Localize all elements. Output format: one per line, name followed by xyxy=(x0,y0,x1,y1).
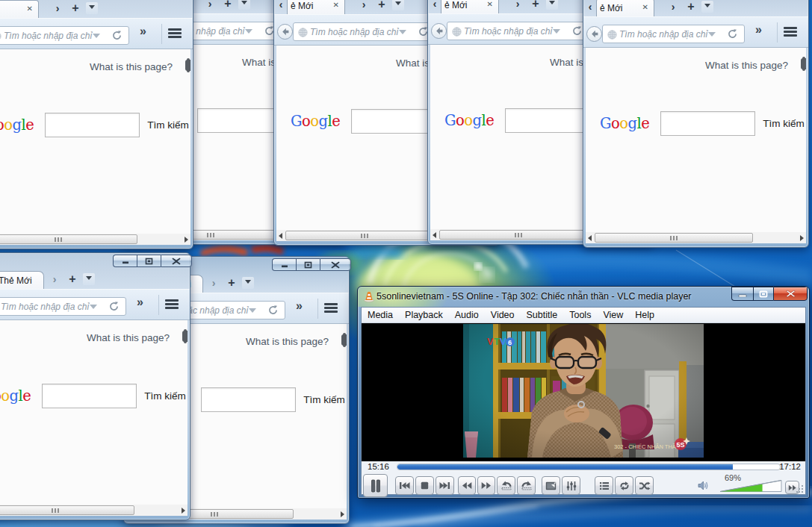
tab-new-tab[interactable]: Thẻ Mới xyxy=(0,271,44,289)
tab-scroll-right-button[interactable]: › xyxy=(512,0,523,10)
search-button[interactable]: Tìm kiếm xyxy=(140,384,187,408)
tab-close-icon[interactable]: ✕ xyxy=(333,0,339,10)
vlc-menu-subtitle[interactable]: Subtitle xyxy=(521,308,564,320)
tab-close-icon[interactable]: ✕ xyxy=(487,0,493,10)
resize-grip[interactable] xyxy=(796,485,804,493)
new-tab-button[interactable]: + xyxy=(66,272,78,286)
tab-close-icon[interactable]: ✕ xyxy=(642,2,648,13)
tab-scroll-left-button[interactable]: ‹ xyxy=(430,0,440,10)
vlc-video-area[interactable]: VTV6302 - CHIẾC NHẪN THẦN5S xyxy=(362,323,805,461)
url-bar[interactable]: Tìm hoặc nhập địa chỉ xyxy=(602,25,745,43)
vlc-menu-help[interactable]: Help xyxy=(629,308,660,320)
overflow-chevron-icon[interactable]: » xyxy=(755,23,761,37)
vlc-close-button[interactable] xyxy=(773,287,808,301)
minimize-button[interactable] xyxy=(272,258,296,271)
scroll-right-icon[interactable] xyxy=(796,232,806,243)
scrollbar-thumb[interactable] xyxy=(0,234,137,244)
vlc-titlebar[interactable]: 5sonlinevietnam - 5S Online - Tập 302: C… xyxy=(358,287,809,307)
url-dropdown-icon[interactable] xyxy=(245,29,252,34)
loop-b-button[interactable] xyxy=(517,476,536,495)
overflow-chevron-icon[interactable]: » xyxy=(140,25,146,38)
back-button[interactable] xyxy=(586,26,602,42)
search-input[interactable] xyxy=(660,111,755,136)
stop-button[interactable] xyxy=(415,476,434,495)
scrollbar-thumb[interactable] xyxy=(0,505,134,515)
search-input[interactable] xyxy=(201,387,296,412)
url-dropdown-icon[interactable] xyxy=(399,30,406,34)
previous-button[interactable] xyxy=(395,476,414,495)
tab-scroll-right-button[interactable]: › xyxy=(359,0,369,11)
vlc-maximize-button[interactable] xyxy=(753,287,773,301)
search-input[interactable] xyxy=(42,384,137,408)
tab-scroll-right-button[interactable]: › xyxy=(52,1,63,15)
reload-button[interactable] xyxy=(727,28,738,43)
tab-list-dropdown-button[interactable] xyxy=(86,2,98,14)
back-button[interactable] xyxy=(277,24,293,40)
seek-slider[interactable] xyxy=(397,464,781,470)
new-tab-button[interactable]: + xyxy=(530,0,542,10)
scroll-right-icon[interactable] xyxy=(178,505,187,516)
search-button[interactable]: Tìm kiếm xyxy=(143,113,190,137)
url-bar[interactable]: Tìm hoặc nhập địa chỉ xyxy=(0,297,126,316)
scrollbar-thumb[interactable] xyxy=(285,231,444,240)
back-button[interactable] xyxy=(431,23,447,39)
scrollbar-thumb[interactable] xyxy=(439,230,598,240)
tab-close-icon[interactable]: ✕ xyxy=(27,4,33,14)
overflow-chevron-icon[interactable]: » xyxy=(137,296,143,309)
vlc-menu-media[interactable]: Media xyxy=(362,308,399,320)
url-dropdown-icon[interactable] xyxy=(90,305,97,309)
vlc-minimize-button[interactable] xyxy=(731,287,753,301)
vlc-menu-video[interactable]: Video xyxy=(485,308,521,320)
url-dropdown-icon[interactable] xyxy=(708,32,716,37)
vlc-menu-view[interactable]: View xyxy=(597,308,629,320)
reload-button[interactable] xyxy=(571,25,583,40)
tab-scroll-right-button[interactable]: › xyxy=(205,0,215,10)
tab-scroll-left-button[interactable]: ‹ xyxy=(276,0,286,11)
reload-button[interactable] xyxy=(108,301,120,315)
url-bar[interactable]: Tìm hoặc nhập địa chỉ xyxy=(0,26,129,45)
pause-button[interactable] xyxy=(363,474,388,497)
tab-new-tab[interactable]: ẻ Mới✕ xyxy=(287,0,345,14)
tab-list-dropdown-button[interactable] xyxy=(83,273,95,285)
tab-list-dropdown-button[interactable] xyxy=(546,0,558,10)
hamburger-menu-button[interactable] xyxy=(324,303,338,313)
minimize-button[interactable] xyxy=(113,255,137,267)
random-button[interactable] xyxy=(635,476,654,495)
tab-scroll-right-button[interactable]: › xyxy=(49,272,60,286)
tab-scroll-left-button[interactable]: ‹ xyxy=(585,0,595,13)
loop-a-button[interactable] xyxy=(497,476,515,495)
scroll-right-icon[interactable] xyxy=(337,508,347,520)
next-button[interactable] xyxy=(436,476,454,495)
tab-new-tab[interactable]: ẻ Mới✕ xyxy=(596,0,654,16)
maximize-button[interactable] xyxy=(137,255,161,267)
url-dropdown-icon[interactable] xyxy=(93,34,100,38)
url-dropdown-icon[interactable] xyxy=(553,29,560,34)
fast-forward-button[interactable] xyxy=(477,476,495,495)
maximize-button[interactable] xyxy=(296,258,320,271)
tab-list-dropdown-button[interactable] xyxy=(242,277,254,289)
rewind-button[interactable] xyxy=(458,476,476,495)
vlc-menu-tools[interactable]: Tools xyxy=(563,308,597,320)
fullscreen-button[interactable] xyxy=(542,476,560,495)
url-bar[interactable]: Tìm hoặc nhập địa chỉ xyxy=(293,22,436,41)
close-button[interactable] xyxy=(320,258,351,271)
reload-button[interactable] xyxy=(111,30,123,44)
search-button[interactable]: Tìm kiếm xyxy=(299,387,347,412)
new-tab-button[interactable]: + xyxy=(685,0,697,13)
tab-new-tab[interactable]: ẻ Mới✕ xyxy=(441,0,499,13)
volume-slider[interactable] xyxy=(719,479,782,496)
scrollbar-thumb[interactable] xyxy=(595,233,753,243)
new-tab-button[interactable]: + xyxy=(69,1,81,15)
scroll-right-icon[interactable] xyxy=(181,234,190,245)
close-button[interactable] xyxy=(161,255,192,267)
hamburger-menu-button[interactable] xyxy=(784,27,797,37)
new-tab-button[interactable]: + xyxy=(222,0,234,10)
extended-settings-button[interactable] xyxy=(562,476,580,495)
hamburger-menu-button[interactable] xyxy=(168,28,182,38)
vlc-menu-playback[interactable]: Playback xyxy=(399,308,449,320)
horizontal-scrollbar[interactable] xyxy=(0,505,187,516)
search-input[interactable] xyxy=(45,113,140,137)
search-button[interactable]: Tìm kiếm xyxy=(758,111,806,136)
new-tab-button[interactable]: + xyxy=(376,0,388,11)
horizontal-scrollbar[interactable] xyxy=(0,234,190,245)
